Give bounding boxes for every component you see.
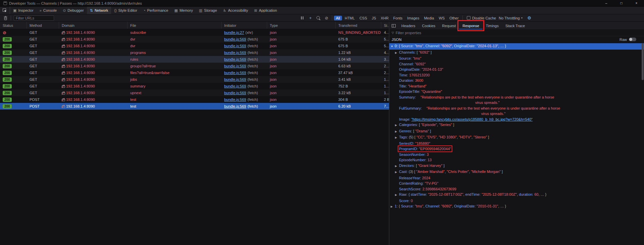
add-request-button[interactable]: + bbox=[306, 15, 314, 21]
raw-toggle[interactable] bbox=[629, 38, 636, 41]
column-header-file[interactable]: File bbox=[128, 22, 221, 29]
maximize-button[interactable]: □ bbox=[614, 0, 629, 6]
tree-line-searchscore[interactable]: SearchScore: 2.599866432673699 bbox=[389, 186, 644, 192]
initiator-link[interactable]: bundle.js:569 bbox=[224, 44, 246, 48]
filter-fonts[interactable]: Fonts bbox=[391, 16, 405, 20]
request-row[interactable]: 200GET192.168.1.4:8090groups?all=truebun… bbox=[0, 63, 389, 69]
filter-ws[interactable]: WS bbox=[437, 16, 447, 20]
initiator-link[interactable]: bundle.js:27 bbox=[224, 30, 244, 35]
disable-cache-control[interactable]: Disable Cache bbox=[467, 16, 496, 20]
tab-accessibility[interactable]: ♿Accessibility bbox=[220, 7, 251, 14]
split-panel-button[interactable] bbox=[389, 22, 398, 29]
pause-button[interactable] bbox=[298, 15, 306, 21]
initiator-link[interactable]: bundle.js:569 bbox=[224, 51, 246, 55]
column-header-status[interactable]: Status bbox=[0, 22, 27, 29]
tree-line-1[interactable]: ▶1: { Source: "tms", Channel: "6092", Or… bbox=[389, 203, 644, 210]
tree-line-releaseyear[interactable]: ReleaseYear: 2024 bbox=[389, 175, 644, 181]
tree-line-channel[interactable]: Channel: "6092" bbox=[389, 61, 644, 67]
initiator-link[interactable]: bundle.js:569 bbox=[224, 37, 246, 41]
tab-style-editor[interactable]: {}Style Editor bbox=[111, 7, 140, 14]
request-row[interactable]: 200GET192.168.1.4:8090upnextbundle.js:56… bbox=[0, 89, 389, 96]
initiator-link[interactable]: bundle.js:569 bbox=[224, 104, 246, 108]
tree-line-originaldate[interactable]: OriginalDate: "2024-01-13" bbox=[389, 67, 644, 72]
initiator-link[interactable]: bundle.js:569 bbox=[224, 57, 246, 61]
tree-line-seriesid[interactable]: SeriesID: "185880" bbox=[389, 141, 644, 146]
filter-xhr[interactable]: XHR bbox=[379, 16, 391, 20]
collapse-arrow-icon[interactable]: ▼ bbox=[391, 44, 395, 50]
filter-all[interactable]: All bbox=[334, 16, 342, 20]
details-tab-headers[interactable]: Headers bbox=[398, 22, 419, 29]
tree-line-tags[interactable]: ▶Tags: (5) [ "CC", "DVS", "HD 1080i", "H… bbox=[389, 134, 644, 141]
tree-line-0[interactable]: ▼0: { Source: "tms", Channel: "6092", Or… bbox=[389, 43, 644, 50]
tab-performance[interactable]: ◔Performance bbox=[140, 7, 171, 14]
scrollbar[interactable] bbox=[641, 43, 644, 245]
tree-line-cast[interactable]: ▶Cast: (3) [ "Amber Marshall", "Chris Po… bbox=[389, 169, 644, 175]
filter-media[interactable]: Media bbox=[422, 16, 436, 20]
search-button[interactable] bbox=[314, 15, 323, 21]
scrollbar-thumb[interactable] bbox=[642, 43, 644, 80]
details-tab-stack-trace[interactable]: Stack Trace bbox=[502, 22, 528, 29]
column-header-type[interactable]: Type bbox=[267, 22, 336, 29]
tree-line-duration[interactable]: Duration: 3600 bbox=[389, 78, 644, 83]
request-row[interactable]: 200POST192.168.1.4:8090testbundle.js:569… bbox=[0, 96, 389, 103]
details-tab-cookies[interactable]: Cookies bbox=[419, 22, 439, 29]
column-header-si[interactable]: Si… bbox=[381, 22, 389, 29]
request-row[interactable]: 200GET192.168.1.4:8090summarybundle.js:5… bbox=[0, 83, 389, 89]
expand-arrow-icon[interactable]: ▶ bbox=[395, 135, 399, 141]
request-row[interactable]: 200POST192.168.1.4:8090testbundle.js:569… bbox=[0, 103, 389, 110]
request-row[interactable]: 200GET192.168.1.4:8090dvrbundle.js:569(f… bbox=[0, 36, 389, 43]
node-picker-button[interactable] bbox=[0, 7, 10, 14]
tree-line-channels[interactable]: ▶Channels: [ "6092" ] bbox=[389, 50, 644, 56]
tree-line-genres[interactable]: ▶Genres: [ "Drama" ] bbox=[389, 128, 644, 135]
minimize-button[interactable]: – bbox=[599, 0, 614, 6]
tree-line-time[interactable]: Time: 1765213200 bbox=[389, 72, 644, 78]
expand-arrow-icon[interactable]: ▶ bbox=[391, 204, 395, 210]
disable-cache-checkbox[interactable] bbox=[467, 16, 470, 20]
filter-urls-input[interactable] bbox=[14, 15, 54, 21]
details-tab-request[interactable]: Request bbox=[439, 22, 459, 29]
tree-line-source[interactable]: Source: "tms" bbox=[389, 56, 644, 61]
expand-arrow-icon[interactable]: ▶ bbox=[395, 129, 399, 135]
initiator-link[interactable]: bundle.js:569 bbox=[224, 91, 246, 95]
request-row[interactable]: 200GET192.168.1.4:8090rulesbundle.js:569… bbox=[0, 56, 389, 63]
tree-line-contentrating[interactable]: ContentRating: "TV-PG" bbox=[389, 181, 644, 186]
tab-network[interactable]: ⇅Network bbox=[87, 7, 111, 14]
details-tab-timings[interactable]: Timings bbox=[483, 22, 502, 29]
initiator-link[interactable]: bundle.js:569 bbox=[224, 98, 246, 102]
tree-line-score[interactable]: Score: 0 bbox=[389, 198, 644, 204]
tree-line-title[interactable]: Title: "Heartland" bbox=[389, 83, 644, 89]
clear-requests-button[interactable] bbox=[1, 15, 9, 21]
tree-line-summary[interactable]: Summary: "Relationships are put to the t… bbox=[389, 95, 644, 106]
tree-line-raw[interactable]: ▶Raw: { startTime: "2025-12-08T17:00Z", … bbox=[389, 192, 644, 198]
initiator-link[interactable]: bundle.js:569 bbox=[224, 64, 246, 68]
filter-other[interactable]: Other bbox=[447, 16, 461, 20]
tab-memory[interactable]: ▦Memory bbox=[171, 7, 196, 14]
details-tab-response[interactable]: Response bbox=[459, 22, 483, 29]
tab-inspector[interactable]: ▣Inspector bbox=[10, 7, 37, 14]
tree-line-fullsummary[interactable]: FullSummary: "Relationships are put to t… bbox=[389, 106, 644, 117]
expand-arrow-icon[interactable]: ▶ bbox=[395, 123, 399, 128]
initiator-link[interactable]: bundle.js:569 bbox=[224, 71, 246, 75]
request-blocking-button[interactable]: ⊘ bbox=[323, 15, 331, 21]
request-row[interactable]: 200GET192.168.1.4:8090jobsbundle.js:569(… bbox=[0, 76, 389, 83]
initiator-link[interactable]: bundle.js:569 bbox=[224, 77, 246, 81]
close-button[interactable]: × bbox=[629, 0, 644, 6]
tree-line-seasonnumber[interactable]: SeasonNumber: 3 bbox=[389, 152, 644, 158]
value-link[interactable]: "https://tmsimg.fancybits.co/assets/p185… bbox=[411, 117, 533, 121]
column-header-domain[interactable]: Domain bbox=[59, 22, 128, 29]
expand-arrow-icon[interactable]: ▶ bbox=[395, 164, 399, 169]
tree-line-categories[interactable]: ▶Categories: [ "Episode", "Series" ] bbox=[389, 122, 644, 128]
column-header-method[interactable]: Method bbox=[27, 22, 59, 29]
tree-line-directors[interactable]: ▶Directors: [ "Grant Harvey" ] bbox=[389, 163, 644, 169]
filter-js[interactable]: JS bbox=[370, 16, 378, 20]
request-row[interactable]: 200GET192.168.1.4:8090dvrbundle.js:569(f… bbox=[0, 43, 389, 49]
filter-properties-input[interactable] bbox=[396, 31, 642, 35]
tab-application[interactable]: ⊞Application bbox=[251, 7, 280, 14]
request-row[interactable]: 200GET192.168.1.4:8090files?all=true&raw… bbox=[0, 69, 389, 76]
tree-line-programid[interactable]: ProgramID: "EP009594620044" bbox=[389, 146, 644, 152]
request-row[interactable]: ⊘GET192.168.1.4:8090subscribebundle.js:2… bbox=[0, 29, 389, 36]
column-header-transferred[interactable]: Transferred bbox=[336, 22, 381, 29]
expand-arrow-icon[interactable]: ▶ bbox=[395, 170, 399, 175]
tab-storage[interactable]: ▥Storage bbox=[196, 7, 220, 14]
filter-html[interactable]: HTML bbox=[343, 16, 357, 20]
